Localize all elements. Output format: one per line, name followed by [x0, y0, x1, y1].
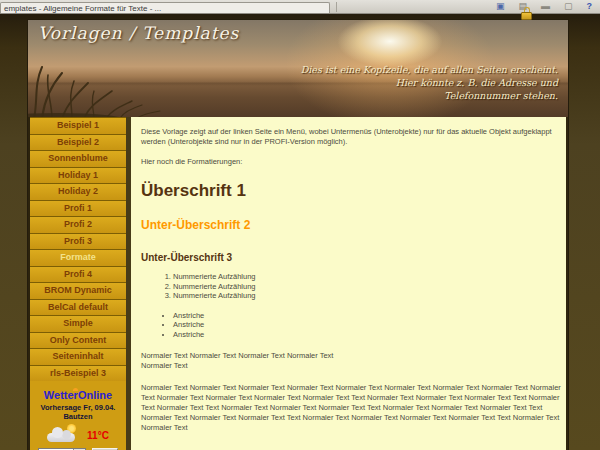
sidebar-item-seiteninhalt[interactable]: Seiteninhalt: [30, 348, 126, 365]
sidebar-item-profi-3[interactable]: Profi 3: [30, 233, 126, 250]
help-icon[interactable]: ?: [587, 2, 593, 11]
browser-tab-title: emplates - Allgemeine Formate für Texte …: [4, 4, 161, 13]
cloud-sun-icon: [47, 428, 77, 442]
tagline-line: Telefonnummer stehen.: [301, 89, 558, 102]
sun-icon: [73, 388, 78, 391]
bullet-list: Anstriche Anstriche Anstriche: [141, 311, 554, 340]
formats-intro: Hier noch die Formatierungen:: [141, 157, 554, 167]
heading-2: Unter-Überschrift 2: [141, 218, 554, 232]
sidebar-item-belcal-default[interactable]: BelCal default: [30, 299, 126, 316]
sidebar-item-only-content[interactable]: Only Content: [30, 332, 126, 349]
sidebar-item-holiday-2[interactable]: Holiday 2: [30, 183, 126, 200]
weather-widget: WetterOnline Vorhersage Fr, 09.04. Bautz…: [30, 385, 126, 450]
list-item: Anstriche: [173, 330, 554, 340]
toolbar-divider: [336, 2, 337, 12]
sidebar-item-brom-dynamic[interactable]: BROM Dynamic: [30, 282, 126, 299]
text-paragraph: Normaler Text Normaler Text Normaler Tex…: [141, 351, 554, 371]
list-item: Anstriche: [173, 311, 554, 321]
numbered-list: Nummerierte Aufzählung Nummerierte Aufzä…: [141, 272, 554, 301]
browser-tab[interactable]: emplates - Allgemeine Formate für Texte …: [0, 2, 330, 13]
wetteronline-logo[interactable]: WetterOnline: [44, 389, 112, 401]
sidebar-item-formate[interactable]: Formate: [30, 249, 126, 266]
header-image: Vorlagen / Templates Dies ist eine Kopfz…: [28, 20, 568, 117]
sidebar-item-beispiel-1[interactable]: Beispiel 1: [30, 117, 126, 134]
tagline-line: Dies ist eine Kopfzeile, die auf allen S…: [301, 63, 558, 76]
text-paragraph-long: Normaler Text Normaler Text Normaler Tex…: [141, 383, 568, 433]
windows-icon[interactable]: ▢: [564, 2, 573, 11]
sidebar-item-simple[interactable]: Simple: [30, 315, 126, 332]
dune-grass-graphic: [28, 61, 198, 117]
main-content: Diese Vorlage zeigt auf der linken Seite…: [131, 117, 568, 450]
minimize-icon[interactable]: ▬: [541, 2, 550, 11]
weather-forecast-date: Vorhersage Fr, 09.04.: [30, 403, 126, 412]
tagline-line: Hier könnte z. B. die Adresse und: [301, 76, 558, 89]
panels-icon[interactable]: ▣: [496, 2, 505, 11]
heading-3: Unter-Überschrift 3: [141, 252, 554, 263]
lock-icon[interactable]: [521, 7, 533, 20]
list-item: Nummerierte Aufzählung: [173, 272, 554, 282]
list-item: Anstriche: [173, 320, 554, 330]
body-row: Beispiel 1 Beispiel 2 Sonnenblume Holida…: [28, 117, 568, 450]
heading-1: Überschrift 1: [141, 181, 554, 201]
sidebar-item-profi-4[interactable]: Profi 4: [30, 266, 126, 283]
list-item: Nummerierte Aufzählung: [173, 291, 554, 301]
intro-paragraph: Diese Vorlage zeigt auf der linken Seite…: [141, 127, 568, 147]
site-title: Vorlagen / Templates: [38, 23, 239, 43]
sidebar-item-rls-beispiel-3[interactable]: rls-Beispiel 3: [30, 365, 126, 382]
sidebar-item-holiday-1[interactable]: Holiday 1: [30, 167, 126, 184]
browser-title-bar: emplates - Allgemeine Formate für Texte …: [0, 0, 600, 14]
site-frame: Vorlagen / Templates Dies ist eine Kopfz…: [28, 20, 568, 450]
sidebar-item-beispiel-2[interactable]: Beispiel 2: [30, 134, 126, 151]
sidebar-menu: Beispiel 1 Beispiel 2 Sonnenblume Holida…: [28, 117, 126, 450]
sidebar-item-sonnenblume[interactable]: Sonnenblume: [30, 150, 126, 167]
sidebar-item-profi-1[interactable]: Profi 1: [30, 200, 126, 217]
header-tagline: Dies ist eine Kopfzeile, die auf allen S…: [301, 63, 558, 102]
weather-city: Bautzen: [30, 412, 126, 421]
temperature-value: 11°C: [87, 430, 109, 441]
sidebar-item-profi-2[interactable]: Profi 2: [30, 216, 126, 233]
list-item: Nummerierte Aufzählung: [173, 282, 554, 292]
